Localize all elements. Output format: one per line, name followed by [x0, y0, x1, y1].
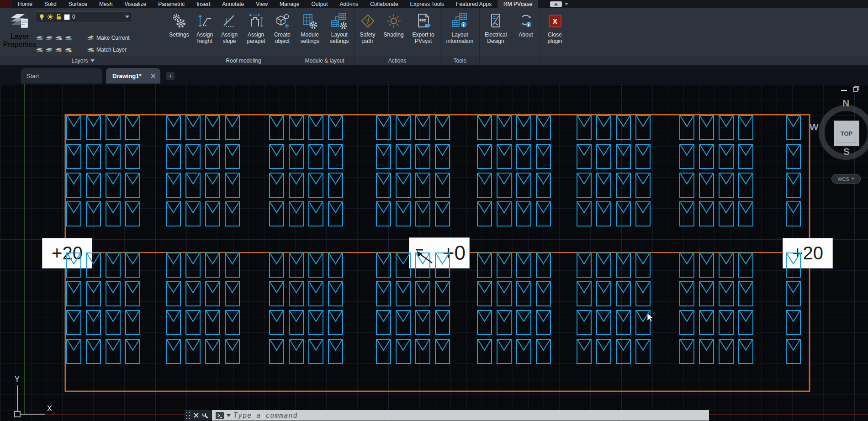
menu-tab-insert[interactable]: Insert — [191, 0, 216, 8]
module-settings-icon — [302, 11, 318, 32]
color-swatch — [64, 14, 70, 20]
viewcube-top-face[interactable]: TOP — [834, 121, 859, 146]
layer-tools-row-2: Match Layer — [36, 46, 127, 53]
menu-tab-parametric[interactable]: Parametric — [152, 0, 191, 8]
create-object-icon — [274, 11, 291, 32]
assign-height-icon — [197, 11, 212, 32]
panel-label-layers[interactable]: Layers — [0, 56, 166, 65]
viewcube-south[interactable]: S — [843, 146, 850, 157]
panel-label-module-layout: Module & layout — [295, 56, 354, 65]
ribbon-collapse-button[interactable] — [550, 1, 562, 7]
wcs-label: WCS — [837, 176, 849, 182]
match-layer-icon — [87, 46, 95, 53]
tab-start[interactable]: Start — [21, 68, 102, 84]
tab-start-label: Start — [26, 73, 39, 79]
panel-label-roof-modeling: Roof modeling — [192, 56, 295, 65]
command-bar-tools — [190, 410, 212, 421]
restore-icon[interactable] — [853, 86, 860, 92]
layer-properties-icon — [9, 11, 30, 32]
layer-thaw-icon[interactable] — [55, 46, 63, 53]
wrench-icon[interactable] — [202, 412, 208, 419]
minimize-icon[interactable] — [841, 86, 847, 92]
make-current-button[interactable]: Make Current — [87, 34, 130, 41]
assign-parapet-button[interactable]: Assign parapet — [242, 8, 270, 56]
command-input[interactable]: Type a command — [212, 410, 709, 421]
command-bar-grip[interactable] — [185, 410, 190, 421]
close-icon[interactable] — [151, 74, 156, 79]
layer-off-icon[interactable] — [36, 34, 43, 41]
unlock-icon — [56, 14, 62, 20]
layout-settings-icon — [331, 11, 348, 32]
sun-icon — [47, 14, 53, 20]
layer-on-icon[interactable] — [36, 46, 43, 53]
menu-tab-view[interactable]: View — [250, 0, 274, 8]
ribbon-panel-roof-modeling: Assign height Assign slope — [192, 8, 295, 65]
chevron-down-icon[interactable] — [227, 414, 231, 417]
triangle-up-icon — [554, 3, 558, 5]
menu-tab-output[interactable]: Output — [305, 0, 333, 8]
layer-isolate-icon[interactable] — [45, 34, 53, 41]
height-offset-label[interactable]: +0 — [409, 237, 470, 268]
tab-drawing1[interactable]: Drawing1* — [106, 68, 160, 84]
export-pvsyst-button[interactable]: PVC Export to PVsyst — [407, 8, 440, 56]
electrical-design-icon — [488, 11, 503, 32]
height-offset-labels: +20+0+20 — [0, 84, 868, 421]
height-offset-label[interactable]: +20 — [783, 238, 833, 268]
layer-unisolate-icon[interactable] — [45, 46, 53, 53]
ribbon-panel-module-layout: Module settings Layout settings — [295, 8, 355, 65]
layer-freeze-icon[interactable] — [55, 34, 63, 41]
assign-parapet-icon — [248, 11, 264, 32]
menu-tab-collaborate[interactable]: Collaborate — [364, 0, 404, 8]
electrical-design-button[interactable]: Electrical Design — [481, 8, 511, 56]
menu-tab-mesh[interactable]: Mesh — [93, 0, 118, 8]
menu-tab-manage[interactable]: Manage — [274, 0, 305, 8]
autocad-window: HomeSolidSurfaceMeshVisualizeParametricI… — [0, 0, 868, 421]
menu-tab-featured-apps[interactable]: Featured Apps — [450, 0, 498, 8]
menu-tab-home[interactable]: Home — [12, 0, 38, 8]
chevron-down-icon[interactable] — [125, 16, 129, 18]
create-object-button[interactable]: Create object — [270, 8, 295, 56]
assign-height-button[interactable]: Assign height — [192, 8, 217, 56]
close-icon[interactable] — [194, 413, 199, 418]
menu-tab-add-ins[interactable]: Add-ins — [334, 0, 365, 8]
height-offset-label[interactable]: +20 — [42, 238, 92, 268]
panel-label-about — [512, 56, 540, 65]
ribbon-panel-settings: Settings — [166, 8, 192, 65]
mouse-cursor — [647, 313, 656, 323]
menu-tab-solid[interactable]: Solid — [38, 0, 63, 8]
viewcube-north[interactable]: N — [842, 98, 849, 109]
about-button[interactable]: About — [513, 8, 539, 56]
menu-tab-visualize[interactable]: Visualize — [118, 0, 152, 8]
tab-drawing1-label: Drawing1* — [112, 73, 142, 79]
menu-tab-express-tools[interactable]: Express Tools — [404, 0, 450, 8]
layer-properties-button[interactable]: Layer Properties — [3, 9, 37, 56]
menu-tab-surface[interactable]: Surface — [63, 0, 93, 8]
settings-button[interactable]: Settings — [166, 8, 192, 56]
ribbon-panel-electrical: Electrical Design — [480, 8, 512, 65]
panel-label-settings — [166, 56, 192, 65]
panel-label-electrical — [480, 56, 512, 65]
svg-text:PVC: PVC — [419, 19, 426, 22]
menu-tab-annotate[interactable]: Annotate — [216, 0, 250, 8]
shading-button[interactable]: Shading — [381, 8, 407, 56]
new-tab-button[interactable]: + — [166, 72, 175, 80]
module-settings-button[interactable]: Module settings — [295, 8, 325, 56]
layer-tools-row-1: Make Current — [36, 34, 130, 41]
assign-slope-button[interactable]: Assign slope — [217, 8, 242, 56]
layer-dropdown[interactable]: 0 — [36, 11, 132, 22]
layout-settings-button[interactable]: Layout settings — [325, 8, 355, 56]
safety-path-button[interactable]: Safety path — [355, 8, 381, 56]
ribbon: Layer Properties 0 — [0, 8, 868, 65]
layer-unlock-icon[interactable] — [64, 46, 72, 53]
close-plugin-button[interactable]: X Close plugin — [542, 8, 568, 56]
layout-information-button[interactable]: Layout information — [441, 8, 479, 56]
wcs-dropdown[interactable]: WCS — [831, 174, 861, 184]
menu-tab-rm-pvcase[interactable]: RM PVcase — [498, 0, 538, 8]
match-layer-button[interactable]: Match Layer — [87, 46, 127, 53]
viewcube-west[interactable]: W — [810, 121, 819, 132]
drawing-canvas[interactable]: Y X +20+0+20 N W S TOP WCS — [0, 84, 868, 421]
menubar: HomeSolidSurfaceMeshVisualizeParametricI… — [0, 0, 868, 8]
chevron-down-icon[interactable] — [565, 3, 568, 5]
layer-lock-icon[interactable] — [64, 34, 72, 41]
app-logo[interactable] — [0, 0, 12, 8]
